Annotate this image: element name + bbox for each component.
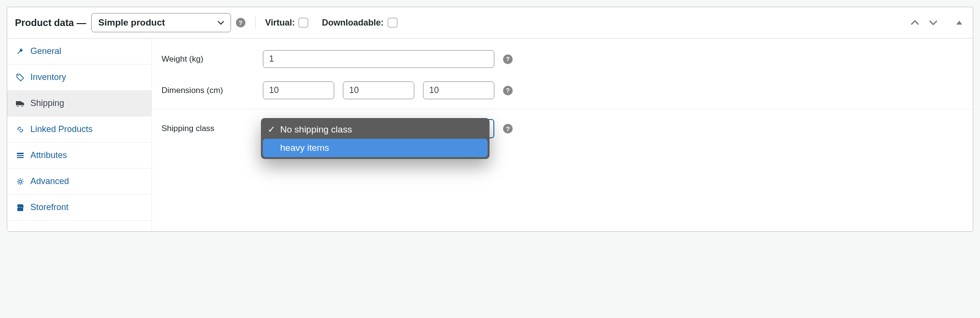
collapse-toggle-icon[interactable] bbox=[953, 17, 965, 28]
svg-rect-5 bbox=[17, 155, 24, 156]
check-icon: ✓ bbox=[268, 124, 275, 135]
dimensions-row: Dimensions (cm) ? bbox=[152, 75, 973, 106]
svg-rect-1 bbox=[16, 101, 21, 105]
shipping-class-label: Shipping class bbox=[162, 124, 253, 133]
svg-point-7 bbox=[19, 180, 22, 183]
downloadable-checkbox[interactable] bbox=[388, 18, 397, 27]
dimensions-help-icon[interactable]: ? bbox=[503, 86, 513, 95]
shipping-class-dropdown: ✓ No shipping class heavy items bbox=[261, 118, 490, 159]
row-divider bbox=[152, 109, 973, 109]
svg-rect-6 bbox=[17, 157, 24, 158]
product-type-select[interactable]: Simple product bbox=[91, 13, 231, 32]
sidebar-item-label: Linked Products bbox=[30, 124, 93, 134]
product-data-header: Product data — Simple product ? Virtual:… bbox=[7, 7, 973, 39]
downloadable-toggle: Downloadable: bbox=[322, 18, 397, 28]
shipping-class-row: Shipping class ✓ No shipping class heavy… bbox=[152, 112, 973, 145]
width-input[interactable] bbox=[343, 81, 414, 99]
product-data-tabs: General Inventory Shipping Linked Produc… bbox=[7, 39, 152, 231]
wrench-icon bbox=[16, 47, 25, 56]
tag-icon bbox=[16, 73, 25, 82]
dropdown-option-no-shipping-class[interactable]: ✓ No shipping class bbox=[263, 120, 488, 139]
panel-body: General Inventory Shipping Linked Produc… bbox=[7, 39, 973, 231]
svg-point-3 bbox=[21, 105, 23, 106]
move-down-button[interactable] bbox=[926, 16, 940, 29]
sidebar-item-label: General bbox=[30, 46, 61, 56]
length-input[interactable] bbox=[263, 81, 334, 99]
weight-label: Weight (kg) bbox=[162, 54, 253, 64]
dropdown-option-label: heavy items bbox=[280, 143, 329, 153]
dimensions-label: Dimensions (cm) bbox=[162, 86, 253, 95]
sidebar-item-storefront[interactable]: Storefront bbox=[7, 195, 151, 221]
product-type-value: Simple product bbox=[98, 17, 165, 27]
move-up-button[interactable] bbox=[908, 16, 922, 29]
panel-title: Product data — bbox=[15, 17, 86, 28]
list-icon bbox=[16, 151, 25, 160]
sidebar-item-general[interactable]: General bbox=[7, 39, 151, 65]
weight-help-icon[interactable]: ? bbox=[503, 54, 513, 64]
svg-point-2 bbox=[17, 105, 19, 106]
dropdown-option-label: No shipping class bbox=[280, 124, 352, 135]
sidebar-item-advanced[interactable]: Advanced bbox=[7, 169, 151, 195]
sidebar-item-label: Inventory bbox=[30, 72, 66, 82]
downloadable-label: Downloadable: bbox=[322, 18, 383, 28]
shipping-class-select[interactable]: ✓ No shipping class heavy items bbox=[263, 119, 494, 138]
header-divider bbox=[255, 16, 256, 29]
sidebar-item-label: Attributes bbox=[30, 150, 67, 160]
link-icon bbox=[16, 125, 25, 134]
truck-icon bbox=[16, 99, 25, 108]
sidebar-item-label: Shipping bbox=[30, 98, 64, 108]
shipping-class-help-icon[interactable]: ? bbox=[503, 124, 513, 133]
virtual-label: Virtual: bbox=[265, 18, 295, 28]
weight-row: Weight (kg) ? bbox=[152, 43, 973, 75]
sidebar-item-label: Advanced bbox=[30, 176, 69, 186]
product-type-help-icon[interactable]: ? bbox=[236, 18, 245, 27]
weight-input[interactable] bbox=[263, 50, 494, 68]
sidebar-item-attributes[interactable]: Attributes bbox=[7, 143, 151, 169]
height-input[interactable] bbox=[423, 81, 494, 99]
product-data-panel: Product data — Simple product ? Virtual:… bbox=[7, 7, 973, 232]
gear-icon bbox=[16, 177, 25, 186]
svg-point-0 bbox=[18, 75, 19, 76]
sidebar-item-shipping[interactable]: Shipping bbox=[7, 91, 151, 117]
sidebar-item-label: Storefront bbox=[30, 202, 68, 212]
dropdown-option-heavy-items[interactable]: heavy items bbox=[263, 139, 488, 157]
shipping-tab-content: Weight (kg) ? Dimensions (cm) ? Shipping… bbox=[152, 39, 973, 231]
sidebar-item-linked-products[interactable]: Linked Products bbox=[7, 117, 151, 143]
store-icon bbox=[16, 203, 25, 212]
svg-rect-4 bbox=[17, 153, 24, 154]
chevron-down-icon bbox=[217, 19, 225, 26]
virtual-toggle: Virtual: bbox=[265, 18, 309, 28]
virtual-checkbox[interactable] bbox=[299, 18, 308, 27]
sidebar-item-inventory[interactable]: Inventory bbox=[7, 65, 151, 91]
